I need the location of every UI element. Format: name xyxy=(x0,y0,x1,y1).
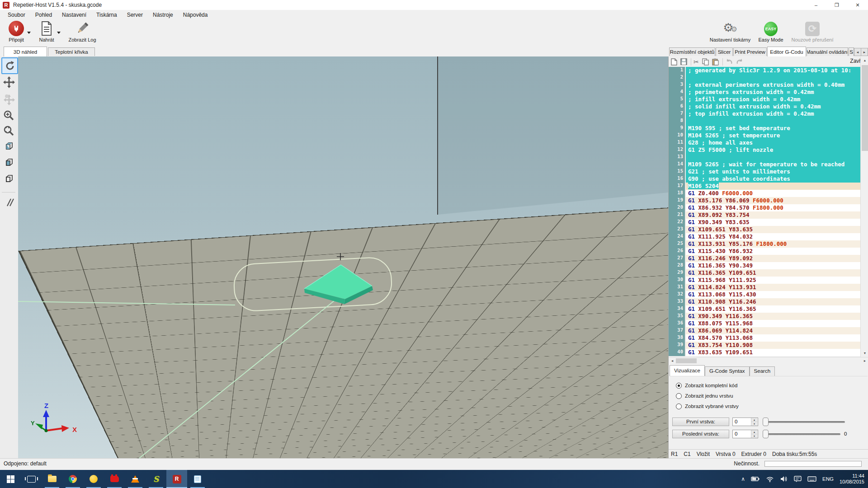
gcode-line[interactable]: 16G90 ; use absolute coordinates xyxy=(669,175,860,183)
spinner-down-icon[interactable]: ▼ xyxy=(751,422,757,426)
gcode-line[interactable]: 22G1 X90.349 Y83.635 xyxy=(669,219,860,226)
scroll-down-arrow[interactable]: ▼ xyxy=(861,349,868,357)
connect-button[interactable]: Připojit xyxy=(2,21,31,45)
spinner-up-icon[interactable]: ▲ xyxy=(751,430,757,434)
gcode-line[interactable]: 25G1 X113.931 Y85.176 F1800.000 xyxy=(669,240,860,248)
horizontal-scroll-thumb[interactable] xyxy=(676,358,697,363)
gcode-line[interactable]: 39G1 X83.754 Y110.908 xyxy=(669,342,860,349)
load-dropdown-caret[interactable] xyxy=(57,32,61,34)
gcode-line[interactable]: 37G1 X86.069 Y114.824 xyxy=(669,327,860,334)
slider-thumb[interactable] xyxy=(763,418,769,426)
tab-truncated[interactable]: S xyxy=(849,47,854,56)
radio-show-single-layer[interactable]: Zobrazit jednu vrstvu xyxy=(676,392,733,399)
gcode-line[interactable]: 38G1 X84.570 Y113.068 xyxy=(669,334,860,342)
printer-settings-button[interactable]: ⚙⚙ Nastavení tiskárny xyxy=(707,21,754,45)
scroll-left-arrow[interactable]: ◄ xyxy=(669,357,676,364)
start-button[interactable] xyxy=(0,470,21,488)
spinner-up-icon[interactable]: ▲ xyxy=(751,418,757,422)
tab-slicer[interactable]: Slicer xyxy=(716,47,733,56)
easy-mode-button[interactable]: EASY Easy Mode xyxy=(756,21,786,45)
gcode-line[interactable]: 35G1 X90.349 Y116.365 xyxy=(669,313,860,320)
side-view-button[interactable] xyxy=(1,172,16,187)
tab-manualni-ovladani[interactable]: Manuální ovládání xyxy=(807,47,848,56)
taskbar-chrome[interactable] xyxy=(62,470,83,488)
load-button[interactable]: Nahrát xyxy=(33,21,60,45)
gcode-editor[interactable]: 1; generated by Slic3r 1.2.9 on 2015-08-… xyxy=(669,67,860,356)
battery-icon[interactable] xyxy=(751,476,760,482)
taskbar-slic3r[interactable]: S xyxy=(146,470,166,488)
gcode-line[interactable]: 10M104 S265 ; set temperature xyxy=(669,132,860,139)
last-layer-slider[interactable] xyxy=(763,430,840,438)
gcode-line[interactable]: 18G1 Z0.400 F6000.000 xyxy=(669,190,860,197)
gcode-line[interactable]: 28G1 X116.365 Y90.349 xyxy=(669,262,860,269)
taskbar-red-app[interactable] xyxy=(104,470,125,488)
paste-button[interactable] xyxy=(712,58,719,66)
gcode-line[interactable]: 36G1 X88.075 Y115.968 xyxy=(669,320,860,327)
first-layer-button[interactable]: První vrstva: xyxy=(672,418,729,426)
gcode-line[interactable]: 15G21 ; set units to millimeters xyxy=(669,168,860,175)
taskbar-repetier-host[interactable]: R xyxy=(166,470,187,488)
radio-show-complete-code[interactable]: Zobrazit kompletní kód xyxy=(676,382,737,389)
menu-nastroje[interactable]: Nástroje xyxy=(148,10,178,20)
tab-rozmisteni-objektu[interactable]: Rozmístění objektů xyxy=(669,47,715,56)
last-layer-spinner[interactable]: 0 ▲ ▼ xyxy=(732,430,758,438)
zoom-fit-button[interactable] xyxy=(1,123,16,138)
tray-chevron-icon[interactable]: ∧ xyxy=(741,476,745,482)
gcode-line[interactable]: 32G1 X113.068 Y115.430 xyxy=(669,291,860,298)
gcode-line[interactable]: 26G1 X115.430 Y86.932 xyxy=(669,248,860,255)
tab-scroll-right[interactable]: ► xyxy=(861,48,868,56)
gcode-line[interactable]: 6; solid infill extrusion width = 0.42mm xyxy=(669,103,860,110)
tab-vizualizace[interactable]: Vizualizace xyxy=(670,365,705,376)
front-view-button[interactable] xyxy=(1,155,16,170)
new-file-button[interactable] xyxy=(671,58,677,66)
gcode-line[interactable]: 4; perimeters extrusion width = 0.42mm xyxy=(669,89,860,96)
gcode-line[interactable]: 21G1 X89.092 Y83.754 xyxy=(669,211,860,219)
cut-button[interactable]: ✂ xyxy=(693,58,699,66)
notification-icon[interactable] xyxy=(794,476,802,483)
speaker-icon[interactable] xyxy=(780,476,788,482)
scroll-right-arrow[interactable]: ► xyxy=(861,357,868,364)
copy-button[interactable] xyxy=(702,58,709,66)
taskbar-notepad[interactable] xyxy=(187,470,208,488)
gcode-line[interactable]: 30G1 X115.968 Y111.925 xyxy=(669,277,860,284)
gcode-line[interactable]: 19G1 X85.176 Y86.069 F6000.000 xyxy=(669,197,860,204)
tab-print-preview[interactable]: Print Preview xyxy=(733,47,767,56)
gcode-line[interactable]: 13 xyxy=(669,154,860,161)
gcode-line[interactable]: 7; top infill extrusion width = 0.42mm xyxy=(669,110,860,117)
gcode-line[interactable]: 12G1 Z5 F5000 ; lift nozzle xyxy=(669,146,860,154)
menu-server[interactable]: Server xyxy=(122,10,148,20)
tab-teplotni-krivka[interactable]: Teplotní křivka xyxy=(48,47,95,56)
gcode-line[interactable]: 20G1 X86.932 Y84.570 F1800.000 xyxy=(669,204,860,211)
gcode-line[interactable]: 27G1 X116.246 Y89.092 xyxy=(669,255,860,262)
zoom-in-button[interactable] xyxy=(1,108,16,123)
taskbar-chrome-canary[interactable] xyxy=(83,470,104,488)
gcode-line[interactable]: 23G1 X109.651 Y83.635 xyxy=(669,226,860,233)
tab-search[interactable]: Search xyxy=(750,366,775,376)
move-view-button[interactable] xyxy=(1,75,16,89)
slider-thumb[interactable] xyxy=(763,430,769,438)
gcode-line[interactable]: 14M109 S265 ; wait for temperature to be… xyxy=(669,161,860,168)
vertical-scroll-thumb[interactable] xyxy=(862,65,868,151)
task-view-button[interactable] xyxy=(21,470,42,488)
language-indicator[interactable]: ENG xyxy=(822,476,834,482)
menu-pohled[interactable]: Pohled xyxy=(30,10,57,20)
gcode-line[interactable]: 40G1 X83.635 Y109.651 xyxy=(669,349,860,356)
connect-dropdown-caret[interactable] xyxy=(27,32,31,34)
gcode-line[interactable]: 17M106 S204 xyxy=(669,183,860,190)
close-button[interactable]: ✕ xyxy=(847,0,868,10)
editor-vertical-scrollbar[interactable]: ▲ ▼ xyxy=(860,56,868,357)
rotate-view-button[interactable] xyxy=(1,57,18,74)
touch-keyboard-icon[interactable] xyxy=(807,476,816,482)
tab-scroll-left[interactable]: ◄ xyxy=(854,48,861,56)
viewport-3d[interactable]: Z X Y xyxy=(18,56,668,458)
first-layer-slider[interactable] xyxy=(763,418,845,426)
spinner-down-icon[interactable]: ▼ xyxy=(751,434,757,438)
tab-gcode-syntax[interactable]: G-Code Syntax xyxy=(705,366,750,376)
gcode-line[interactable]: 34G1 X109.651 Y116.365 xyxy=(669,305,860,313)
save-button[interactable] xyxy=(680,58,687,65)
gcode-line[interactable]: 31G1 X114.824 Y113.931 xyxy=(669,284,860,291)
first-layer-spinner[interactable]: 0 ▲ ▼ xyxy=(732,418,758,426)
gcode-line[interactable]: 2 xyxy=(669,74,860,81)
minimize-button[interactable]: – xyxy=(806,0,826,10)
gcode-line[interactable]: 5; infill extrusion width = 0.42mm xyxy=(669,96,860,103)
